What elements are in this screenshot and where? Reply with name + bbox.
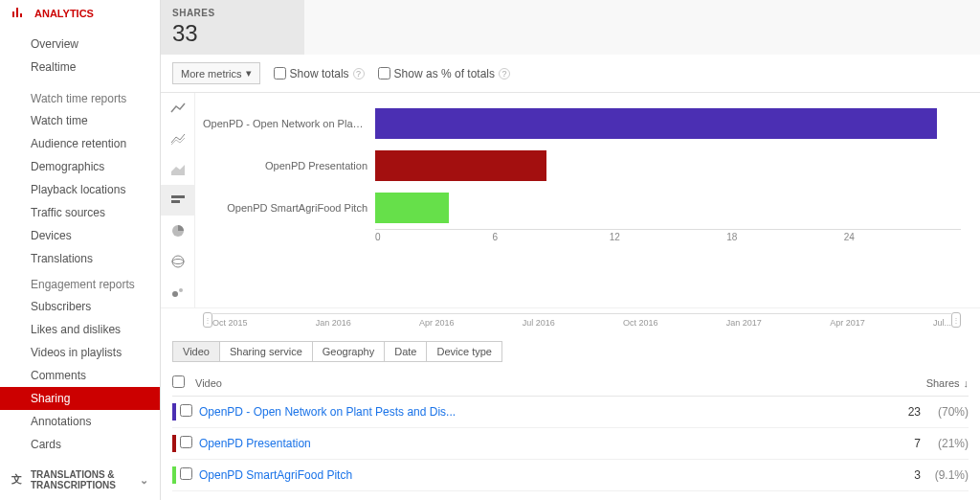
svg-rect-0 xyxy=(12,11,14,17)
bar-row: OpenPD - Open Network on Plant Pests and… xyxy=(203,102,961,145)
row-swatch xyxy=(172,466,176,484)
chart-type-line[interactable] xyxy=(161,93,194,124)
table-header: Video Shares ↓ xyxy=(172,370,969,397)
bar-label: OpenPD - Open Network on Plant Pests and… xyxy=(203,118,375,129)
sidebar-item-overview[interactable]: Overview xyxy=(0,33,160,56)
sidebar-item-subscribers[interactable]: Subscribers xyxy=(0,295,160,318)
show-totals-label: Show totals xyxy=(290,67,349,80)
table-row: OpenPD - Open Network on Plant Pests and… xyxy=(172,397,969,428)
chart-type-bar[interactable] xyxy=(161,185,194,216)
sidebar-group-engage: Engagement reports xyxy=(0,270,160,295)
sidebar-item-translations[interactable]: Translations xyxy=(0,247,160,270)
sidebar-analytics-header[interactable]: ANALYTICS xyxy=(0,0,160,27)
row-shares: 7 xyxy=(873,437,921,450)
tab-geography[interactable]: Geography xyxy=(312,341,385,362)
col-video-header[interactable]: Video xyxy=(195,377,882,389)
sidebar-translations-header[interactable]: 文 TRANSLATIONS & TRANSCRIPTIONS ⌄ xyxy=(0,464,160,496)
sidebar-item-comments[interactable]: Comments xyxy=(0,364,160,387)
sidebar-group-watch: Watch time reports xyxy=(0,84,160,109)
tab-video[interactable]: Video xyxy=(172,341,220,362)
svg-point-13 xyxy=(172,260,184,264)
row-video-link[interactable]: OpenPD - Open Network on Plant Pests and… xyxy=(199,405,873,419)
sidebar-item-realtime[interactable]: Realtime xyxy=(0,56,160,79)
axis-tick: 18 xyxy=(726,232,843,242)
tab-device-type[interactable]: Device type xyxy=(426,341,501,362)
bar-label: OpenPD SmartAgriFood Pitch xyxy=(203,202,375,214)
row-pct: (70%) xyxy=(921,405,969,419)
sidebar: ANALYTICS Overview Realtime Watch time r… xyxy=(0,0,161,500)
row-video-link[interactable]: OpenPD SmartAgriFood Pitch xyxy=(199,468,873,482)
timeline-tick: Jan 2016 xyxy=(316,318,351,328)
row-pct: (9.1%) xyxy=(921,468,969,482)
results-table: Video Shares ↓ OpenPD - Open Network on … xyxy=(161,362,980,499)
sidebar-create-header[interactable]: CREATE ⌄ xyxy=(0,496,160,500)
row-checkbox[interactable] xyxy=(180,436,192,448)
sidebar-item-vip[interactable]: Videos in playlists xyxy=(0,341,160,364)
svg-point-14 xyxy=(172,291,178,297)
timeline-tick: Oct 2015 xyxy=(212,318,248,328)
bar-label: OpenPD Presentation xyxy=(203,160,375,171)
bar-track xyxy=(375,108,961,139)
bar-track xyxy=(375,193,961,223)
timeline-tick: Apr 2016 xyxy=(419,318,455,328)
bars-icon xyxy=(11,6,29,21)
timeline-tick: Apr 2017 xyxy=(830,318,865,328)
toolbar: More metrics ▾ Show totals ? Show as % o… xyxy=(161,55,980,93)
show-pct-checkbox[interactable] xyxy=(378,67,390,80)
sidebar-item-cards[interactable]: Cards xyxy=(0,433,160,456)
timeline-tick: Jan 2017 xyxy=(726,318,762,328)
axis-tick: 0 xyxy=(375,232,492,242)
translate-icon: 文 xyxy=(11,472,25,488)
row-checkbox[interactable] xyxy=(180,467,192,480)
help-icon[interactable]: ? xyxy=(353,68,365,80)
axis-tick: 24 xyxy=(844,232,961,242)
sidebar-item-annotations[interactable]: Annotations xyxy=(0,410,160,433)
chart-area: OpenPD - Open Network on Plant Pests and… xyxy=(161,93,980,307)
tab-date[interactable]: Date xyxy=(384,341,427,362)
sidebar-item-devices[interactable]: Devices xyxy=(0,224,160,247)
show-totals-checkbox[interactable] xyxy=(274,67,286,80)
sidebar-top-group: Overview Realtime xyxy=(0,27,160,84)
bar-row: OpenPD Presentation xyxy=(203,145,961,187)
select-all-checkbox[interactable] xyxy=(172,375,185,388)
chart-type-rail xyxy=(161,93,195,307)
bar-fill[interactable] xyxy=(375,150,546,181)
chart-type-bubble[interactable] xyxy=(161,277,194,307)
sidebar-item-audience[interactable]: Audience retention xyxy=(0,132,160,155)
show-totals-option[interactable]: Show totals ? xyxy=(274,67,365,80)
sidebar-item-traffic[interactable]: Traffic sources xyxy=(0,201,160,224)
sidebar-item-sharing[interactable]: Sharing xyxy=(0,387,160,410)
table-row: OpenPD SmartAgriFood Pitch3(9.1%) xyxy=(172,460,969,491)
timeline-scrubber[interactable]: ⋮ Oct 2015Jan 2016Apr 2016Jul 2016Oct 20… xyxy=(161,307,980,333)
metric-card[interactable]: SHARES 33 xyxy=(161,0,304,55)
col-shares-header[interactable]: Shares ↓ xyxy=(882,377,969,389)
timeline-tick: Jul... xyxy=(933,318,951,328)
bar-fill[interactable] xyxy=(375,108,937,139)
sidebar-item-demographics[interactable]: Demographics xyxy=(0,155,160,178)
sort-desc-icon: ↓ xyxy=(964,377,969,389)
show-pct-option[interactable]: Show as % of totals ? xyxy=(378,67,510,80)
bar-track xyxy=(375,150,961,181)
sidebar-item-watchtime[interactable]: Watch time xyxy=(0,109,160,132)
tab-sharing-service[interactable]: Sharing service xyxy=(219,341,313,362)
metric-label: SHARES xyxy=(172,8,293,18)
row-video-link[interactable]: OpenPD Presentation xyxy=(199,437,873,450)
sidebar-item-playback[interactable]: Playback locations xyxy=(0,178,160,201)
chart-type-multiline[interactable] xyxy=(161,124,194,154)
row-shares: 3 xyxy=(873,468,921,482)
sidebar-item-likes[interactable]: Likes and dislikes xyxy=(0,318,160,341)
bar-row: OpenPD SmartAgriFood Pitch xyxy=(203,187,961,229)
chart-type-area[interactable] xyxy=(161,154,194,185)
timeline-handle-right[interactable]: ⋮ xyxy=(951,312,961,328)
timeline-handle-left[interactable]: ⋮ xyxy=(203,312,212,328)
translations-label: TRANSLATIONS & TRANSCRIPTIONS xyxy=(31,469,140,490)
help-icon[interactable]: ? xyxy=(499,68,510,80)
svg-point-15 xyxy=(179,288,183,292)
chart-type-map[interactable] xyxy=(161,246,194,277)
axis-tick: 12 xyxy=(610,232,726,242)
chart-type-pie[interactable] xyxy=(161,216,194,246)
row-checkbox[interactable] xyxy=(180,404,192,417)
bar-fill[interactable] xyxy=(375,193,449,223)
more-metrics-button[interactable]: More metrics ▾ xyxy=(172,62,260,84)
col-shares-label: Shares xyxy=(926,377,960,389)
